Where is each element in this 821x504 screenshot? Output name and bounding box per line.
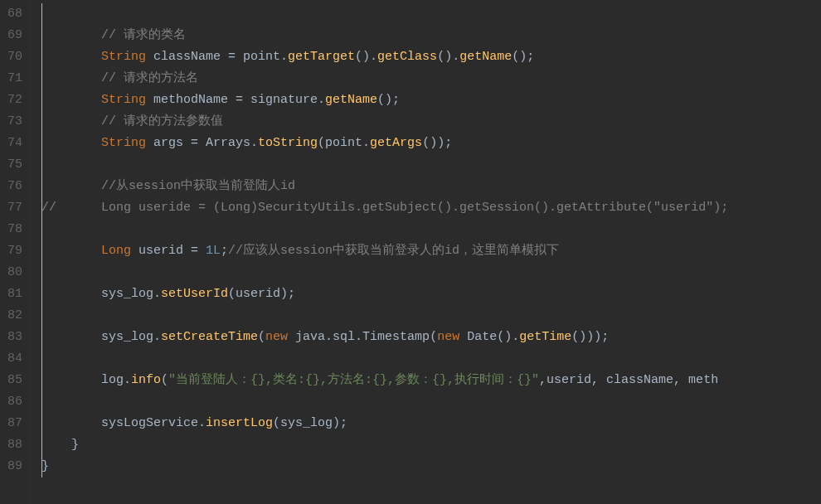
code-line[interactable]: String args = Arrays.toString(point.getA… xyxy=(41,133,821,154)
code-token xyxy=(41,244,101,258)
code-line[interactable] xyxy=(41,305,821,327)
line-number: 81 xyxy=(0,284,22,305)
code-token xyxy=(41,50,101,64)
line-number: 83 xyxy=(0,327,22,348)
code-token: getName xyxy=(325,93,377,107)
code-token: 1L xyxy=(206,244,221,258)
code-token: (); xyxy=(512,50,534,64)
line-number: 73 xyxy=(0,111,22,133)
code-token: log. xyxy=(41,373,131,387)
code-token: sys_log. xyxy=(41,287,161,301)
code-token: // 请求的方法参数值 xyxy=(101,114,223,128)
code-token: // Long useride = (Long)SecurityUtils.ge… xyxy=(41,201,728,215)
line-number: 87 xyxy=(0,413,22,434)
code-token: methodName xyxy=(153,93,236,107)
code-token: getName xyxy=(459,50,512,64)
code-token: info xyxy=(131,373,161,387)
code-line[interactable]: // 请求的类名 xyxy=(41,25,821,46)
code-line[interactable]: } xyxy=(41,456,821,477)
code-token: Timestamp xyxy=(362,330,430,344)
code-token: insertLog xyxy=(206,416,273,430)
line-number: 68 xyxy=(0,3,22,25)
code-token: (). xyxy=(355,50,377,64)
code-line[interactable] xyxy=(41,219,821,240)
code-line[interactable] xyxy=(41,3,821,25)
code-token: getClass xyxy=(377,50,437,64)
code-line[interactable]: sysLogService.insertLog(sys_log); xyxy=(41,413,821,434)
code-line[interactable]: String methodName = signature.getName(); xyxy=(41,90,821,111)
line-number: 75 xyxy=(0,154,22,176)
line-number: 88 xyxy=(0,434,22,456)
code-editor[interactable]: 6869707172737475767778798081828384858687… xyxy=(0,0,821,504)
code-token: sys_log. xyxy=(41,330,161,344)
text-caret xyxy=(41,3,42,477)
code-token: setUserId xyxy=(161,287,228,301)
code-token: ( xyxy=(161,373,168,387)
code-token: //从session中获取当前登陆人id xyxy=(101,179,295,193)
code-token: // 请求的类名 xyxy=(101,28,186,42)
code-token: //应该从session中获取当前登录人的id，这里简单模拟下 xyxy=(228,244,559,258)
code-line[interactable]: } xyxy=(41,434,821,456)
code-token: ()); xyxy=(422,136,452,150)
code-token: new xyxy=(265,330,295,344)
code-line[interactable] xyxy=(41,154,821,176)
code-line[interactable]: sys_log.setCreateTime(new java.sql.Times… xyxy=(41,327,821,348)
code-token: ())); xyxy=(571,330,609,344)
code-area[interactable]: // 请求的类名 String className = point.getTar… xyxy=(30,0,821,504)
code-line[interactable]: sys_log.setUserId(userid); xyxy=(41,284,821,305)
code-line[interactable] xyxy=(41,262,821,284)
line-number: 71 xyxy=(0,68,22,90)
code-token: Date xyxy=(467,330,497,344)
code-token: toString xyxy=(258,136,318,150)
code-token: args xyxy=(153,136,191,150)
code-token: ( xyxy=(430,330,437,344)
code-token: String xyxy=(101,136,153,150)
code-token: Long xyxy=(101,244,138,258)
code-token: ; xyxy=(221,244,228,258)
code-token: signature. xyxy=(250,93,325,107)
line-number: 77 xyxy=(0,197,22,219)
code-token xyxy=(41,136,101,150)
line-number: 70 xyxy=(0,46,22,68)
code-token: (). xyxy=(497,330,519,344)
code-line[interactable]: Long userid = 1L;//应该从session中获取当前登录人的id… xyxy=(41,240,821,262)
code-token: Arrays. xyxy=(206,136,258,150)
code-token: "当前登陆人：{},类名:{},方法名:{},参数：{},执行时间：{}" xyxy=(168,373,539,387)
line-number: 76 xyxy=(0,176,22,197)
line-number-gutter: 6869707172737475767778798081828384858687… xyxy=(0,0,30,504)
code-token: = xyxy=(228,50,243,64)
line-number: 89 xyxy=(0,456,22,477)
code-token: } xyxy=(41,438,79,452)
code-line[interactable] xyxy=(41,391,821,413)
line-number: 80 xyxy=(0,262,22,284)
code-token: (). xyxy=(437,50,459,64)
code-token xyxy=(41,179,101,193)
code-line[interactable]: //从session中获取当前登陆人id xyxy=(41,176,821,197)
code-token: point. xyxy=(243,50,288,64)
code-line[interactable]: // Long useride = (Long)SecurityUtils.ge… xyxy=(41,197,821,219)
code-content[interactable]: // 请求的类名 String className = point.getTar… xyxy=(41,3,821,477)
code-token: String xyxy=(101,50,153,64)
code-line[interactable]: // 请求的方法名 xyxy=(41,68,821,90)
code-token xyxy=(41,71,101,85)
code-token: String xyxy=(101,93,153,107)
code-token: // 请求的方法名 xyxy=(101,71,198,85)
line-number: 82 xyxy=(0,305,22,327)
code-token: (point. xyxy=(318,136,370,150)
code-token: = xyxy=(191,136,206,150)
code-token: = xyxy=(236,93,250,107)
line-number: 74 xyxy=(0,133,22,154)
code-line[interactable]: String className = point.getTarget().get… xyxy=(41,46,821,68)
code-token xyxy=(41,114,101,128)
code-line[interactable]: log.info("当前登陆人：{},类名:{},方法名:{},参数：{},执行… xyxy=(41,370,821,391)
line-number: 79 xyxy=(0,240,22,262)
code-token: = xyxy=(191,244,206,258)
code-line[interactable] xyxy=(41,348,821,370)
code-token: (sys_log); xyxy=(273,416,347,430)
code-token: ( xyxy=(258,330,265,344)
line-number: 78 xyxy=(0,219,22,240)
code-line[interactable]: // 请求的方法参数值 xyxy=(41,111,821,133)
line-number: 86 xyxy=(0,391,22,413)
code-token xyxy=(41,93,101,107)
code-token: setCreateTime xyxy=(161,330,258,344)
